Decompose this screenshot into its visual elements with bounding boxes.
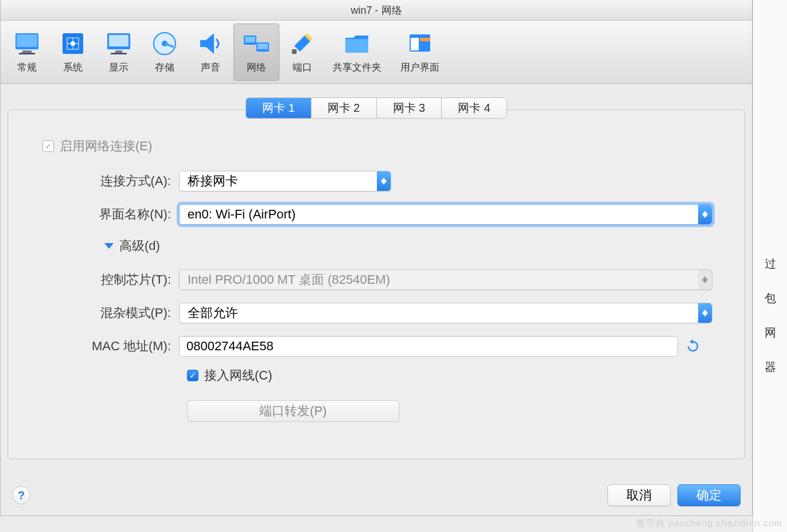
category-shared-folders[interactable]: 共享文件夹 (325, 24, 388, 81)
refresh-icon (686, 339, 700, 353)
category-system[interactable]: 系统 (50, 24, 96, 81)
svg-rect-1 (17, 34, 37, 47)
speaker-icon (197, 30, 224, 57)
cable-connected-label: 接入网线(C) (204, 367, 272, 384)
svg-rect-25 (411, 38, 419, 50)
category-label: 用户界面 (400, 61, 439, 74)
settings-window: win7 - 网络 常规 系统 显示 存储 (0, 0, 753, 516)
help-button[interactable]: ? (12, 486, 30, 504)
promiscuous-mode-select[interactable]: 全部允许 (179, 303, 712, 323)
category-label: 存储 (155, 61, 174, 74)
chip-icon (59, 30, 87, 57)
cable-connected-checkbox[interactable]: ✓ (187, 370, 198, 381)
mac-address-label: MAC 地址(M): (36, 338, 179, 355)
refresh-mac-button[interactable] (685, 338, 701, 354)
category-label: 系统 (63, 61, 83, 74)
window-title: win7 - 网络 (1, 0, 752, 21)
svg-rect-20 (245, 37, 255, 42)
monitor-icon (13, 30, 41, 57)
chevron-up-down-icon (698, 205, 712, 224)
mac-address-value: 08002744AE58 (186, 339, 274, 354)
category-label: 声音 (201, 61, 220, 74)
interface-name-label: 界面名称(N): (36, 206, 179, 223)
tab-adapter-4[interactable]: 网卡 4 (442, 98, 507, 118)
background-window-edge: 过 包 网 器 (753, 0, 787, 532)
enable-network-checkbox[interactable]: ✓ (42, 140, 54, 152)
chevron-up-down-icon (377, 171, 391, 191)
tab-adapter-1[interactable]: 网卡 1 (246, 98, 311, 118)
adapter-type-label: 控制芯片(T): (36, 271, 179, 288)
chevron-up-down-icon (698, 303, 712, 323)
category-general[interactable]: 常规 (4, 24, 50, 81)
watermark-text: 查字典 jiaocheng.chazidian.com (636, 518, 782, 530)
adapter-type-value: Intel PRO/1000 MT 桌面 (82540EM) (188, 271, 390, 288)
category-ports[interactable]: 端口 (279, 24, 325, 81)
category-label: 常规 (17, 61, 37, 74)
main-content: 网卡 1 网卡 2 网卡 3 网卡 4 ✓ 启用网络连接(E) 连接方式(A):… (1, 84, 752, 466)
interface-name-select[interactable]: en0: Wi-Fi (AirPort) (179, 204, 712, 225)
promiscuous-mode-value: 全部允许 (188, 304, 238, 322)
attached-to-select[interactable]: 桥接网卡 (179, 171, 391, 191)
category-user-interface[interactable]: 用户界面 (388, 24, 451, 81)
enable-network-row: ✓ 启用网络连接(E) (42, 138, 717, 155)
mac-address-input[interactable]: 08002744AE58 (179, 336, 678, 357)
advanced-label: 高级(d) (119, 237, 160, 255)
promiscuous-mode-label: 混杂模式(P): (36, 304, 179, 322)
category-network[interactable]: 网络 (233, 24, 279, 81)
svg-rect-23 (345, 39, 368, 53)
category-label: 端口 (293, 61, 312, 74)
category-label: 显示 (109, 61, 128, 74)
adapter-tabs: 网卡 1 网卡 2 网卡 3 网卡 4 (7, 97, 745, 119)
category-audio[interactable]: 声音 (188, 24, 233, 81)
svg-rect-14 (115, 50, 122, 53)
ok-button[interactable]: 确定 (677, 484, 741, 506)
network-icon (243, 30, 270, 57)
svg-rect-15 (111, 53, 127, 54)
svg-rect-2 (22, 50, 32, 53)
svg-rect-22 (292, 49, 297, 54)
tab-adapter-3[interactable]: 网卡 3 (377, 98, 442, 118)
svg-rect-26 (420, 38, 430, 41)
category-toolbar: 常规 系统 显示 存储 声音 (1, 21, 752, 84)
ui-icon (406, 30, 434, 57)
dialog-footer: ? 取消 确定 (1, 484, 752, 506)
svg-rect-13 (109, 35, 128, 46)
adapter-panel: ✓ 启用网络连接(E) 连接方式(A): 桥接网卡 界面名称(N): en0: … (7, 109, 745, 459)
attached-to-value: 桥接网卡 (188, 173, 238, 190)
interface-name-value: en0: Wi-Fi (AirPort) (188, 207, 295, 222)
tab-adapter-2[interactable]: 网卡 2 (311, 98, 377, 118)
adapter-type-select: Intel PRO/1000 MT 桌面 (82540EM) (179, 269, 712, 290)
enable-network-label: 启用网络连接(E) (60, 138, 152, 155)
ports-icon (289, 30, 316, 57)
category-storage[interactable]: 存储 (142, 24, 188, 81)
chevron-up-down-icon (698, 270, 712, 290)
display-icon (105, 30, 133, 57)
folder-icon (343, 30, 371, 57)
cancel-button[interactable]: 取消 (607, 484, 671, 506)
category-label: 网络 (247, 61, 266, 74)
category-label: 共享文件夹 (333, 61, 381, 74)
category-display[interactable]: 显示 (96, 24, 142, 81)
svg-rect-21 (258, 44, 268, 49)
svg-rect-3 (19, 53, 35, 54)
port-forwarding-button: 端口转发(P) (187, 400, 399, 422)
advanced-disclosure[interactable]: 高级(d) (104, 237, 717, 255)
triangle-down-icon (104, 243, 114, 249)
attached-to-label: 连接方式(A): (36, 173, 179, 190)
disk-icon (151, 30, 178, 57)
